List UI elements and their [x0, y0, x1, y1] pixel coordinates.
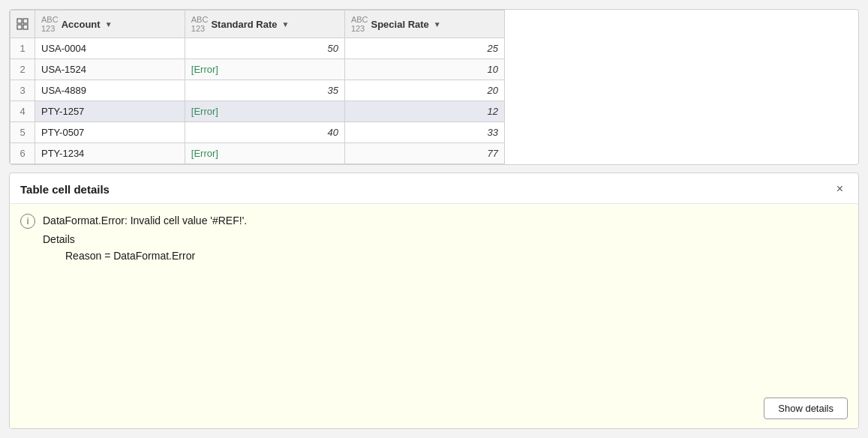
special-rate-cell[interactable]: 10 [344, 59, 504, 80]
account-type-icon: ABC123 [41, 15, 59, 33]
row-number-cell: 5 [11, 122, 35, 143]
account-cell[interactable]: PTY-0507 [35, 122, 185, 143]
table-row[interactable]: 5PTY-05074033 [11, 122, 505, 143]
account-cell[interactable]: USA-4889 [35, 80, 185, 101]
account-cell[interactable]: PTY-1234 [35, 143, 185, 164]
details-footer: Show details [20, 392, 848, 419]
row-number-cell: 6 [11, 143, 35, 164]
standard-rate-type-icon: ABC123 [191, 15, 209, 33]
standard-rate-dropdown-icon[interactable]: ▼ [282, 20, 290, 28]
row-number-cell: 2 [11, 59, 35, 80]
account-column-label: Account [62, 19, 101, 30]
standard-rate-cell[interactable]: [Error] [185, 101, 344, 122]
row-number-cell: 4 [11, 101, 35, 122]
account-dropdown-icon[interactable]: ▼ [105, 20, 113, 28]
standard-rate-column-header[interactable]: ABC123 Standard Rate ▼ [185, 10, 344, 38]
error-content: i DataFormat.Error: Invalid cell value '… [20, 213, 848, 262]
special-rate-dropdown-icon[interactable]: ▼ [434, 20, 441, 28]
details-panel-body: i DataFormat.Error: Invalid cell value '… [10, 204, 858, 428]
standard-rate-cell[interactable]: 35 [185, 80, 344, 101]
details-panel: Table cell details × i DataFormat.Error:… [9, 172, 859, 429]
table-row[interactable]: 1USA-00045025 [11, 38, 505, 59]
svg-rect-0 [17, 19, 22, 23]
error-details-label: Details [20, 233, 848, 245]
standard-rate-cell[interactable]: [Error] [185, 59, 344, 80]
details-panel-header: Table cell details × [10, 173, 858, 204]
main-container: ABC123 Account ▼ ABC123 Standard Rate ▼ [0, 0, 868, 438]
table-row[interactable]: 4PTY-1257[Error]12 [11, 101, 505, 122]
grid-table-icon [17, 18, 29, 30]
show-details-button[interactable]: Show details [764, 398, 848, 419]
account-cell[interactable]: USA-1524 [35, 59, 185, 80]
info-icon: i [20, 214, 35, 229]
standard-rate-cell[interactable]: 50 [185, 38, 344, 59]
special-rate-type-icon: ABC123 [351, 15, 368, 33]
close-button[interactable]: × [832, 181, 848, 197]
special-rate-cell[interactable]: 77 [344, 143, 504, 164]
special-rate-cell[interactable]: 25 [344, 38, 504, 59]
error-top: i DataFormat.Error: Invalid cell value '… [20, 213, 848, 229]
error-reason: Reason = DataFormat.Error [20, 250, 848, 262]
standard-rate-cell[interactable]: 40 [185, 122, 344, 143]
special-rate-column-label: Special Rate [371, 19, 429, 30]
details-panel-title: Table cell details [20, 183, 110, 196]
special-rate-cell[interactable]: 12 [344, 101, 504, 122]
table-row[interactable]: 2USA-1524[Error]10 [11, 59, 505, 80]
error-message: DataFormat.Error: Invalid cell value '#R… [43, 213, 247, 229]
account-cell[interactable]: USA-0004 [35, 38, 185, 59]
svg-rect-2 [17, 25, 22, 29]
svg-rect-1 [23, 19, 28, 23]
table-section: ABC123 Account ▼ ABC123 Standard Rate ▼ [9, 9, 859, 165]
data-table: ABC123 Account ▼ ABC123 Standard Rate ▼ [10, 10, 505, 164]
svg-rect-3 [23, 25, 28, 29]
special-rate-cell[interactable]: 20 [344, 80, 504, 101]
standard-rate-cell[interactable]: [Error] [185, 143, 344, 164]
row-number-header [11, 10, 35, 38]
account-cell[interactable]: PTY-1257 [35, 101, 185, 122]
special-rate-column-header[interactable]: ABC123 Special Rate ▼ [344, 10, 504, 38]
row-number-cell: 3 [11, 80, 35, 101]
table-row[interactable]: 3USA-48893520 [11, 80, 505, 101]
account-column-header[interactable]: ABC123 Account ▼ [35, 10, 185, 38]
standard-rate-column-label: Standard Rate [211, 19, 277, 30]
special-rate-cell[interactable]: 33 [344, 122, 504, 143]
table-row[interactable]: 6PTY-1234[Error]77 [11, 143, 505, 164]
row-number-cell: 1 [11, 38, 35, 59]
